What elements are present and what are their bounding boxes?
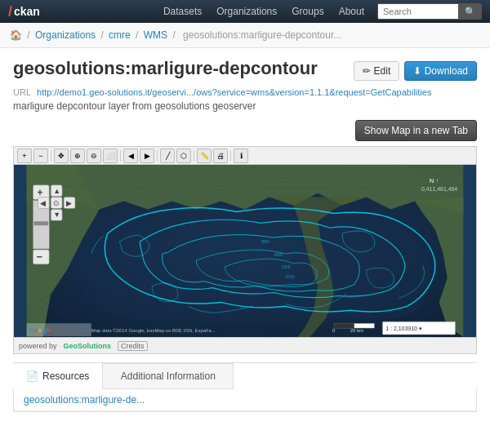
svg-text:20 km: 20 km: [350, 328, 363, 333]
svg-text:−: −: [36, 251, 42, 263]
toolbar-btn-fwd[interactable]: ▶: [140, 149, 154, 163]
svg-text:N ↑: N ↑: [430, 177, 439, 184]
bottom-tabs: 📄 Resources Additional Information: [13, 362, 477, 389]
breadcrumb-sep4: /: [172, 29, 178, 41]
top-navigation: / ckan Datasets Organizations Groups Abo…: [0, 0, 490, 23]
toolbar-btn-print[interactable]: 🖨: [213, 149, 228, 163]
powered-by-text: powered by: [19, 342, 57, 350]
show-map-button[interactable]: Show Map in a new Tab: [355, 120, 477, 141]
map-image: 500 1000 1500 2000 N ↑ 0,411,481,494 + −…: [14, 165, 476, 337]
toolbar-sep-2: [120, 150, 121, 162]
logo-text: ckan: [14, 5, 40, 18]
breadcrumb-sep1: /: [27, 29, 33, 41]
nav-about[interactable]: About: [339, 6, 364, 17]
svg-text:Google: Google: [29, 326, 52, 334]
breadcrumb-organizations[interactable]: Organizations: [35, 29, 96, 41]
toolbar-btn-draw-poly[interactable]: ⬡: [176, 149, 191, 163]
url-link[interactable]: http://demo1.geo-solutions.it/geoservi..…: [37, 87, 431, 97]
page-title: geosolutions:marligure-depcontour: [13, 58, 354, 79]
show-map-row: Show Map in a new Tab: [13, 120, 477, 141]
map-container: + − ✥ ⊕ ⊖ ⬜ ◀ ▶ ╱ ⬡ 📏 🖨 ℹ: [13, 146, 477, 354]
search-box: 🔍: [377, 3, 482, 20]
resource-item[interactable]: geosolutions:marligure-de...: [14, 389, 476, 411]
toolbar-sep-3: [157, 150, 158, 162]
site-logo[interactable]: / ckan: [8, 3, 40, 20]
search-input[interactable]: [377, 3, 459, 20]
breadcrumb: 🏠 / Organizations / cmre / WMS / geosolu…: [0, 23, 490, 48]
svg-text:▼: ▼: [53, 211, 60, 219]
breadcrumb-sep3: /: [136, 29, 141, 41]
svg-text:Map data ©2014 Google, basMap-: Map data ©2014 Google, basMap-us BDE IGN…: [91, 328, 216, 333]
svg-text:1000: 1000: [274, 253, 283, 257]
map-svg: 500 1000 1500 2000 N ↑ 0,411,481,494 + −…: [14, 165, 476, 337]
breadcrumb-wms[interactable]: WMS: [144, 29, 167, 41]
tab-additional-info-label: Additional Information: [121, 370, 216, 382]
breadcrumb-cmre[interactable]: cmre: [109, 29, 131, 41]
action-buttons: ✏ Edit ⬇ Download: [354, 61, 477, 81]
description: marligure depcontour layer from geosolut…: [13, 100, 477, 112]
resource-section: geosolutions:marligure-de...: [13, 389, 477, 412]
toolbar-btn-zoom-box[interactable]: ⬜: [103, 149, 118, 163]
toolbar-btn-back[interactable]: ◀: [123, 149, 138, 163]
credits-link[interactable]: Credits: [118, 341, 148, 351]
toolbar-btn-info[interactable]: ℹ: [234, 149, 248, 163]
svg-text:1500: 1500: [282, 265, 291, 269]
toolbar-btn-2[interactable]: −: [33, 149, 48, 163]
nav-organizations[interactable]: Organizations: [216, 6, 277, 17]
toolbar-sep-4: [194, 150, 194, 162]
toolbar-sep-1: [51, 150, 51, 162]
svg-text:▶: ▶: [66, 199, 72, 207]
svg-text:▲: ▲: [53, 187, 60, 195]
toolbar-btn-zoom-out[interactable]: ⊖: [87, 149, 101, 163]
title-row: geosolutions:marligure-depcontour ✏ Edit…: [13, 58, 477, 81]
toolbar-btn-1[interactable]: +: [17, 149, 32, 163]
nav-datasets[interactable]: Datasets: [163, 6, 202, 17]
breadcrumb-home[interactable]: 🏠: [10, 29, 22, 41]
svg-text:⊙: ⊙: [53, 199, 60, 207]
main-content: geosolutions:marligure-depcontour ✏ Edit…: [0, 48, 490, 422]
breadcrumb-current: geosolutions:marligure-depcontour...: [183, 29, 341, 41]
geosolutions-link[interactable]: GeoSolutions: [64, 342, 112, 350]
toolbar-sep-5: [230, 150, 231, 162]
nav-groups[interactable]: Groups: [292, 6, 323, 17]
tab-resources-label: Resources: [42, 370, 89, 382]
svg-text:1 : 2,103910 ▾: 1 : 2,103910 ▾: [385, 326, 421, 331]
map-toolbar: + − ✥ ⊕ ⊖ ⬜ ◀ ▶ ╱ ⬡ 📏 🖨 ℹ: [14, 147, 476, 165]
svg-rect-11: [33, 221, 48, 225]
edit-button[interactable]: ✏ Edit: [354, 61, 399, 81]
breadcrumb-sep2: /: [100, 29, 106, 41]
url-row: URL http://demo1.geo-solutions.it/geoser…: [13, 87, 477, 97]
svg-text:500: 500: [261, 239, 270, 244]
tab-additional-info[interactable]: Additional Information: [103, 363, 234, 389]
url-label: URL: [13, 87, 31, 97]
svg-text:+: +: [37, 187, 42, 198]
toolbar-btn-zoom-in[interactable]: ⊕: [70, 149, 85, 163]
search-button[interactable]: 🔍: [459, 3, 482, 20]
toolbar-btn-draw-line[interactable]: ╱: [160, 149, 175, 163]
toolbar-btn-measure[interactable]: 📏: [197, 149, 212, 163]
toolbar-btn-pan[interactable]: ✥: [54, 149, 69, 163]
download-button[interactable]: ⬇ Download: [404, 61, 477, 81]
map-bottom-bar: powered by GeoSolutions Credits: [14, 337, 476, 353]
tab-resources[interactable]: 📄 Resources: [13, 363, 103, 389]
svg-text:0,411,481,494: 0,411,481,494: [421, 186, 457, 192]
svg-text:2000: 2000: [286, 275, 295, 279]
main-nav: Datasets Organizations Groups About: [163, 6, 364, 17]
logo-slash: /: [8, 3, 12, 20]
svg-text:◀: ◀: [40, 199, 46, 207]
resources-icon: 📄: [26, 370, 38, 382]
